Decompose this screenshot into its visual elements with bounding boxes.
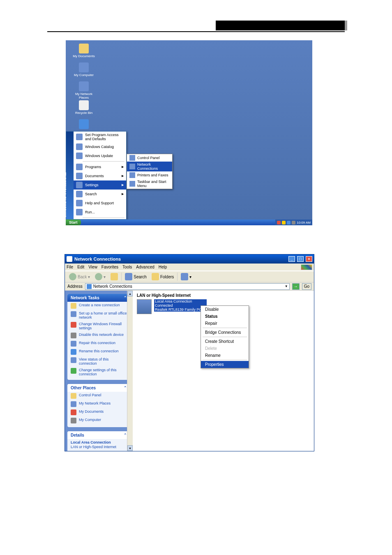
place-link[interactable]: My Documents [67,408,130,416]
desktop-icon[interactable] [71,119,96,130]
start-item-icon [76,191,83,197]
start-item[interactable]: Windows Update [74,151,126,160]
header-blackbar [216,21,345,30]
search-button[interactable]: Search [123,272,148,281]
start-item-label: Windows Catalog [85,145,114,149]
start-button-label: Start [69,220,78,224]
tray-icon[interactable] [277,221,281,224]
address-field[interactable]: Network Connections ▼ [85,283,290,290]
start-item-label: Run... [85,210,95,214]
desktop-icon[interactable]: My Network Places [71,81,96,99]
start-item-icon [76,153,83,159]
start-item[interactable]: Search▶ [74,190,126,199]
menu-file[interactable]: File [67,265,73,269]
menu-help[interactable]: Help [159,265,167,269]
context-item[interactable]: Bridge Connections [201,329,249,336]
scroll-up-button[interactable]: ▲ [127,291,133,296]
close-button[interactable]: × [306,256,312,262]
details-type: LAN or High-Speed Internet [71,445,116,449]
submenu-item[interactable]: Taskbar and Start Menu [127,179,172,189]
tray-icon[interactable] [287,221,291,224]
start-item-label: Help and Support [85,201,114,205]
task-link[interactable]: Set up a home or small office network [67,310,130,321]
minimize-button[interactable]: _ [288,256,295,262]
task-label: Change settings of this connection [79,368,127,376]
panel-title: Other Places [71,386,96,390]
place-link[interactable]: My Computer [67,416,130,425]
menu-view[interactable]: View [88,265,97,269]
panel-title: Details [71,433,84,437]
start-item-label: Documents [85,174,104,178]
submenu-item-icon [129,155,135,161]
submenu-item[interactable]: Printers and Faxes [127,171,172,179]
start-item[interactable]: Settings▶ [74,180,126,190]
tray-icon[interactable] [292,221,295,224]
place-label: My Network Places [79,401,111,405]
panel-header[interactable]: Other Places⌃ [67,384,130,392]
task-link[interactable]: Create a new connection [67,302,130,310]
task-link[interactable]: Change Windows Firewall settings [67,321,130,331]
panel-title: Network Tasks [71,296,99,300]
connection-device: Realtek RTL8139 Family PCI F [154,308,207,312]
menu-favorites[interactable]: Favorites [101,265,118,269]
submenu-item[interactable]: Control Panel [127,154,172,162]
context-item[interactable]: Properties [201,361,249,368]
start-item[interactable]: Help and Support [74,199,126,208]
panel-header[interactable]: Network Tasks⌃ [67,294,130,302]
context-item[interactable]: Repair [201,320,249,327]
start-item[interactable]: Windows Catalog [74,142,126,151]
up-icon [111,273,118,280]
task-link[interactable]: Rename this connection [67,348,130,356]
context-separator [203,337,247,337]
scroll-down-button[interactable]: ▼ [127,445,133,451]
folders-button[interactable]: Folders [150,272,175,281]
address-label: Address [67,284,83,289]
place-link[interactable]: Control Panel [67,392,130,400]
address-icon [87,284,92,289]
context-item[interactable]: Create Shortcut [201,338,249,345]
menu-advanced[interactable]: Advanced [136,265,154,269]
tray-icon[interactable] [282,221,286,224]
start-item[interactable]: Programs▶ [74,162,126,171]
task-link[interactable]: Change settings of this connection [67,367,130,377]
folders-label: Folders [160,275,174,279]
task-link[interactable]: View status of this connection [67,356,130,367]
start-button[interactable]: Start [66,220,81,225]
context-item[interactable]: Disable [201,306,249,313]
menu-tools[interactable]: Tools [122,265,132,269]
go-arrow-button[interactable]: → [292,283,300,290]
header-rule [47,31,345,32]
context-item[interactable]: Status [201,313,249,320]
desktop-screenshot: My DocumentsMy ComputerMy Network Places… [66,40,312,225]
scrollbar[interactable]: ▲ ▼ [127,291,133,451]
start-item[interactable]: Run... [74,208,126,217]
forward-button[interactable]: ▾ [93,272,107,281]
place-icon [71,393,76,399]
desktop-icon[interactable]: My Computer [71,62,96,77]
start-item[interactable]: Set Program Access and Defaults [74,132,126,142]
task-link[interactable]: Repair this connection [67,340,130,348]
desktop-icon[interactable]: My Documents [71,44,96,58]
submenu-item-label: Printers and Faxes [137,173,168,177]
panel-header[interactable]: Details⌃ [67,431,130,439]
go-button[interactable]: Go [302,283,311,290]
submenu-item-icon [129,164,135,169]
back-label: Back [78,275,87,279]
up-button[interactable] [109,272,120,281]
start-brand-strip: Windows XP Professional [66,132,74,219]
views-button[interactable]: ▾ [179,272,193,281]
context-item[interactable]: Rename [201,352,249,359]
place-link[interactable]: My Network Places [67,400,130,408]
submenu-item[interactable]: Network Connections [127,162,172,171]
desktop-icon[interactable]: Recycle Bin [71,100,96,115]
task-pane: ▲ ▼ Network Tasks⌃ Create a new connecti… [65,291,133,451]
start-item-label: Search [85,192,97,196]
start-item[interactable]: Documents▶ [74,171,126,180]
menu-edit[interactable]: Edit [77,265,84,269]
back-button[interactable]: Back ▾ [67,272,92,281]
maximize-button[interactable]: □ [297,256,304,262]
task-link[interactable]: Disable this network device [67,331,130,340]
start-item-label: Windows Update [85,154,113,158]
group-header: LAN or High-Speed Internet [137,293,310,298]
place-label: My Documents [79,409,104,414]
